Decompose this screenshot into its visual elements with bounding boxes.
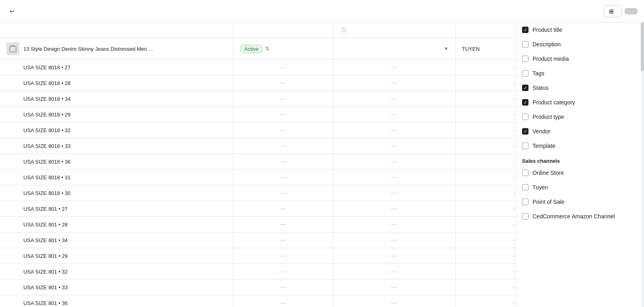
panel-item-product_category[interactable]: Product category xyxy=(516,95,644,110)
col-header-product-title xyxy=(0,23,233,38)
panel-item-description[interactable]: Description xyxy=(516,37,644,52)
variant-name: USA SIZE 8018 • 27 xyxy=(6,64,70,71)
empty-dash: — xyxy=(340,79,448,87)
category-cell: — xyxy=(333,107,455,122)
status-cell: — xyxy=(233,248,333,264)
empty-dash: — xyxy=(240,299,326,307)
checkbox-product_media[interactable] xyxy=(522,56,528,62)
panel-item-label-point_of_sale: Point of Sale xyxy=(533,199,564,205)
empty-dash: — xyxy=(240,174,326,181)
panel-item-label-product_media: Product media xyxy=(533,56,569,62)
status-cell: — xyxy=(233,232,333,248)
product-title-cell: USA SIZE 8018 • 34 xyxy=(0,91,233,107)
help-icon: ⓘ xyxy=(341,27,347,33)
status-cell: — xyxy=(233,138,333,154)
category-cell: — xyxy=(333,60,455,75)
empty-dash: — xyxy=(340,111,448,118)
checkbox-product_category[interactable] xyxy=(522,99,528,106)
checkbox-product_title[interactable] xyxy=(522,27,528,33)
panel-item-product_type[interactable]: Product type xyxy=(516,110,644,124)
panel-item-point_of_sale[interactable]: Point of Sale xyxy=(516,195,644,209)
category-cell: — xyxy=(333,154,455,170)
panel-item-vendor[interactable]: Vendor xyxy=(516,124,644,139)
panel-item-product_media[interactable]: Product media xyxy=(516,52,644,66)
checkbox-cedcommerce[interactable] xyxy=(522,213,528,220)
variant-name: USA SIZE 801 • 33 xyxy=(6,284,68,290)
checkbox-tags[interactable] xyxy=(522,70,528,77)
save-button[interactable] xyxy=(625,8,638,15)
checkbox-point_of_sale[interactable] xyxy=(522,199,528,205)
top-bar-right: ⊞ xyxy=(604,5,638,17)
status-badge: Active xyxy=(240,45,263,53)
empty-dash: — xyxy=(240,284,326,291)
scrollbar-thumb[interactable] xyxy=(641,23,644,71)
variant-name: USA SIZE 801 • 28 xyxy=(6,222,68,228)
panel-item-tuyen[interactable]: Tuyen xyxy=(516,180,644,195)
empty-dash: — xyxy=(240,221,326,228)
sales-channels-label: Sales channels xyxy=(516,153,644,166)
status-cell: — xyxy=(233,185,333,201)
empty-dash: — xyxy=(340,284,448,291)
product-title-cell: USA SIZE 801 • 29 xyxy=(0,248,233,264)
panel-item-tags[interactable]: Tags xyxy=(516,66,644,81)
variant-name: USA SIZE 801 • 36 xyxy=(6,300,68,306)
chevron-icon: ⇅ xyxy=(265,46,269,52)
svg-rect-0 xyxy=(10,46,16,52)
status-cell: — xyxy=(233,170,333,185)
status-cell[interactable]: Active ⇅ xyxy=(233,38,333,60)
empty-dash: — xyxy=(240,142,326,149)
panel-item-label-description: Description xyxy=(533,41,561,48)
panel-item-template[interactable]: Template xyxy=(516,139,644,153)
status-cell: — xyxy=(233,75,333,91)
variant-name: USA SIZE 8018 • 34 xyxy=(6,96,70,102)
status-cell: — xyxy=(233,264,333,280)
col-header-product-category: ⓘ xyxy=(333,23,455,38)
top-bar: ↩ ⊞ xyxy=(0,0,644,23)
empty-dash: — xyxy=(340,236,448,244)
panel-item-online_store[interactable]: Online Store xyxy=(516,166,644,180)
category-cell: — xyxy=(333,185,455,201)
empty-dash: — xyxy=(240,158,326,165)
checkbox-tuyen[interactable] xyxy=(522,184,528,191)
back-button[interactable]: ↩ xyxy=(6,6,20,17)
category-cell: — xyxy=(333,280,455,295)
empty-dash: — xyxy=(240,236,326,244)
empty-dash: — xyxy=(240,189,326,197)
empty-dash: — xyxy=(240,268,326,275)
empty-dash: — xyxy=(240,64,326,71)
table-wrapper[interactable]: ⓘ 13 Sty xyxy=(0,23,644,307)
status-cell: — xyxy=(233,122,333,138)
checkbox-product_type[interactable] xyxy=(522,114,528,120)
product-title-cell: USA SIZE 801 • 36 xyxy=(0,295,233,307)
panel-item-product_title[interactable]: Product title xyxy=(516,23,644,37)
scrollbar-track[interactable] xyxy=(641,23,644,307)
empty-dash: — xyxy=(340,158,448,165)
variant-name: USA SIZE 801 • 29 xyxy=(6,253,68,259)
category-cell: — xyxy=(333,138,455,154)
checkbox-online_store[interactable] xyxy=(522,170,528,176)
checkbox-status[interactable] xyxy=(522,85,528,91)
checkbox-vendor[interactable] xyxy=(522,128,528,135)
col-header-status xyxy=(233,23,333,38)
status-cell: — xyxy=(233,280,333,295)
product-title-cell: USA SIZE 801 • 33 xyxy=(0,280,233,295)
panel-item-status[interactable]: Status xyxy=(516,81,644,95)
status-select[interactable]: Active ⇅ xyxy=(240,45,326,53)
product-title-cell: USA SIZE 8018 • 33 xyxy=(0,138,233,154)
empty-dash: — xyxy=(240,252,326,259)
product-icon xyxy=(9,45,17,53)
variant-name: USA SIZE 8018 • 29 xyxy=(6,112,70,118)
variant-name: USA SIZE 801 • 27 xyxy=(6,206,68,212)
variant-name: USA SIZE 801 • 32 xyxy=(6,269,68,275)
category-cell: — xyxy=(333,264,455,280)
panel-item-cedcommerce[interactable]: CedCommerce Amazon Channel xyxy=(516,209,644,224)
columns-button[interactable]: ⊞ xyxy=(604,5,621,17)
product-thumbnail xyxy=(6,42,19,55)
main-content: ⓘ 13 Sty xyxy=(0,23,644,307)
empty-dash: — xyxy=(340,189,448,197)
checkbox-template[interactable] xyxy=(522,143,528,149)
empty-dash: — xyxy=(240,205,326,212)
panel-item-label-vendor: Vendor xyxy=(533,128,550,135)
category-cell[interactable]: ▼ xyxy=(333,38,455,60)
checkbox-description[interactable] xyxy=(522,41,528,48)
